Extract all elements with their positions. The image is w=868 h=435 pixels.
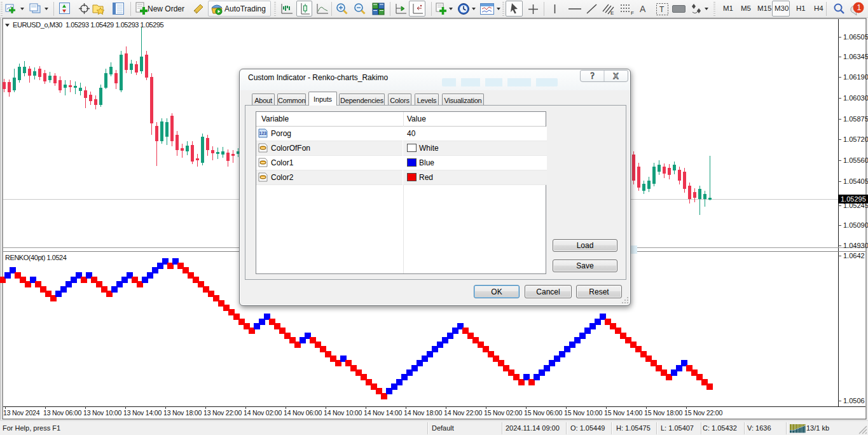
svg-text:14 Nov 14:00: 14 Nov 14:00 <box>364 409 402 417</box>
svg-text:1.05405: 1.05405 <box>843 177 868 185</box>
svg-text:1.05720: 1.05720 <box>843 135 868 143</box>
svg-text:15 Nov 22:00: 15 Nov 22:00 <box>684 409 722 417</box>
svg-text:13 Nov 06:00: 13 Nov 06:00 <box>43 409 81 417</box>
svg-text:T: T <box>659 5 665 14</box>
svg-text:13 Nov 10:00: 13 Nov 10:00 <box>83 409 121 417</box>
svg-text:15 Nov 10:00: 15 Nov 10:00 <box>564 409 602 417</box>
svg-text:14 Nov 18:00: 14 Nov 18:00 <box>404 409 442 417</box>
svg-text:1.06505: 1.06505 <box>843 33 868 41</box>
svg-text:15 Nov 06:00: 15 Nov 06:00 <box>524 409 562 417</box>
svg-text:1.05560: 1.05560 <box>843 156 868 164</box>
svg-text:14 Nov 22:00: 14 Nov 22:00 <box>444 409 482 417</box>
svg-text:?: ? <box>590 71 594 81</box>
svg-text:1.06030: 1.06030 <box>843 94 868 102</box>
svg-text:14 Nov 02:00: 14 Nov 02:00 <box>244 409 282 417</box>
svg-text:F: F <box>631 10 634 15</box>
svg-text:RENKO(40pt) 1.0524: RENKO(40pt) 1.0524 <box>5 254 67 261</box>
svg-text:1.05295: 1.05295 <box>841 195 866 203</box>
svg-text:14 Nov 10:00: 14 Nov 10:00 <box>324 409 362 417</box>
svg-text:13 Nov 22:00: 13 Nov 22:00 <box>203 409 242 417</box>
svg-text:E: E <box>610 10 614 15</box>
svg-text:1.06345: 1.06345 <box>843 53 868 60</box>
svg-text:1.04930: 1.04930 <box>843 242 868 249</box>
svg-text:15 Nov 18:00: 15 Nov 18:00 <box>644 409 682 417</box>
svg-text:15 Nov 14:00: 15 Nov 14:00 <box>604 409 642 417</box>
svg-text:1.05875: 1.05875 <box>843 115 868 123</box>
svg-text:1.06190: 1.06190 <box>843 73 868 81</box>
svg-text:1: 1 <box>857 3 862 12</box>
svg-text:123: 123 <box>259 131 267 135</box>
svg-text:13 Nov 18:00: 13 Nov 18:00 <box>163 409 202 417</box>
svg-text:13 Nov 14:00: 13 Nov 14:00 <box>123 409 162 417</box>
svg-text:1.0642: 1.0642 <box>843 252 865 259</box>
svg-text:1.0506: 1.0506 <box>843 397 865 404</box>
svg-text:14 Nov 06:00: 14 Nov 06:00 <box>284 409 322 417</box>
svg-text:13 Nov 2024: 13 Nov 2024 <box>3 409 40 417</box>
svg-text:X: X <box>613 72 619 81</box>
svg-text:15 Nov 02:00: 15 Nov 02:00 <box>484 409 522 417</box>
svg-text:1.05090: 1.05090 <box>843 221 868 229</box>
svg-text:EURUSD_o,M30 1.05293 1.05429: EURUSD_o,M30 1.05293 1.05429 1.05293 1.0… <box>13 21 164 29</box>
